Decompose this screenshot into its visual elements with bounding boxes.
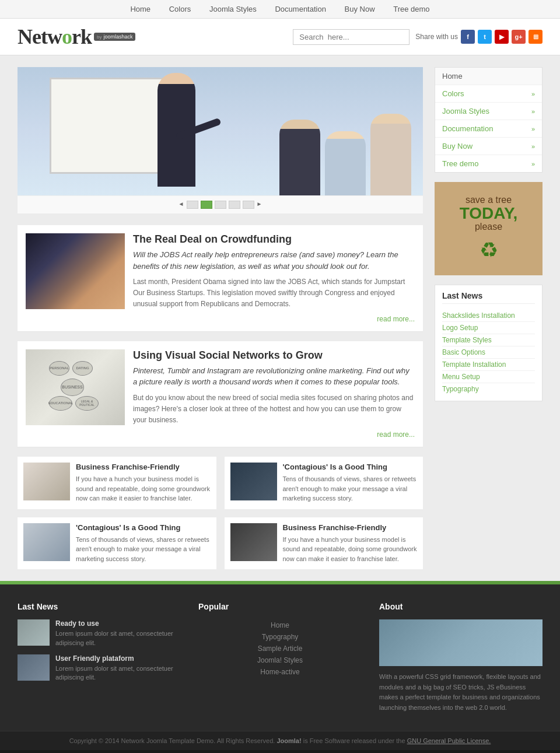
article-social: BUSINESS DATING PERSONAL EDUCATIONAL LEG…: [18, 341, 423, 448]
article-thumb-2: BUSINESS DATING PERSONAL EDUCATIONAL LEG…: [26, 349, 125, 425]
image-slider: ◄ ►: [18, 67, 423, 213]
slider-dot-4[interactable]: [229, 201, 240, 209]
sidebar-nav: Home Colors » Joomla Styles » Documentat…: [435, 67, 542, 173]
youtube-icon[interactable]: ▶: [495, 30, 509, 44]
slider-dot-5[interactable]: [243, 201, 254, 209]
joomla-footer-logo: J!: [0, 750, 560, 754]
small-article-1: Business Franchise-Friendly If you have …: [18, 457, 216, 509]
footer-news-item-1: Ready to use Lorem ipsum dolor sit amet,…: [18, 619, 181, 647]
footer-about-thumb: [379, 619, 542, 666]
logo-by: by: [97, 34, 102, 40]
nav-home[interactable]: Home: [130, 5, 150, 13]
site-footer: Last News Ready to use Lorem ipsum dolor…: [0, 584, 560, 730]
footer-popular-link-4[interactable]: Joomla! Styles: [198, 654, 362, 666]
sidebar-nav-home[interactable]: Home: [435, 68, 542, 85]
small-text-2: Tens of thousands of views, shares or re…: [283, 474, 418, 503]
site-logo: Network by joomlashack: [18, 24, 135, 49]
footer-joomla-desc: is Free Software released under the: [303, 737, 407, 744]
footer-popular-link-2[interactable]: Typography: [198, 631, 362, 643]
nav-tree-demo[interactable]: Tree demo: [393, 5, 429, 13]
article-body-1: The Real Deal on Crowdfunding Will the J…: [133, 233, 415, 323]
small-thumb-2: [230, 463, 277, 500]
sidebar-nav-docs-link[interactable]: Documentation: [442, 124, 493, 133]
footer-news-text-2: Lorem ipsum dolor sit amet, consectetuer…: [55, 664, 181, 682]
sidebar-nav-docs[interactable]: Documentation »: [435, 120, 542, 138]
footer-joomla-text: Joomla!: [276, 737, 301, 744]
sidebar: Home Colors » Joomla Styles » Documentat…: [435, 67, 542, 569]
small-body-1: Business Franchise-Friendly If you have …: [76, 463, 211, 503]
sidebar-news-link-3[interactable]: Template Styles: [442, 334, 535, 346]
sidebar-news-link-5[interactable]: Template Installation: [442, 359, 535, 371]
nav-colors[interactable]: Colors: [169, 5, 191, 13]
sidebar-nav-buy[interactable]: Buy Now »: [435, 138, 542, 155]
googleplus-icon[interactable]: g+: [512, 30, 526, 44]
article-crowdfunding: The Real Deal on Crowdfunding Will the J…: [18, 225, 423, 332]
sidebar-nav-colors[interactable]: Colors »: [435, 85, 542, 103]
small-thumb-3: [23, 523, 70, 561]
article-body-2: Using Visual Social Networks to Grow Pin…: [133, 349, 415, 439]
slider-dot-1[interactable]: [187, 201, 198, 209]
sidebar-nav-colors-arrow: »: [531, 90, 535, 97]
article-text-2: But do you know about the new breed of s…: [133, 393, 415, 426]
footer-copyright: Copyright © 2014 Network Joomla Template…: [69, 737, 275, 744]
sidebar-news-link-2[interactable]: Logo Setup: [442, 322, 535, 334]
read-more-2[interactable]: read more...: [133, 430, 415, 439]
read-more-1[interactable]: read more...: [133, 315, 415, 323]
footer-popular-col: Popular Home Typography Sample Article J…: [198, 602, 362, 713]
small-articles-grid: Business Franchise-Friendly If you have …: [18, 457, 423, 569]
footer-last-news-col: Last News Ready to use Lorem ipsum dolor…: [18, 602, 181, 713]
search-input[interactable]: [293, 29, 410, 45]
slider-prev-button[interactable]: ◄: [178, 201, 184, 209]
logo-brand: joomlashack: [103, 34, 132, 40]
sidebar-nav-joomla-arrow: »: [531, 108, 535, 115]
sidebar-nav-tree-link[interactable]: Tree demo: [442, 159, 478, 168]
sidebar-nav-joomla-link[interactable]: Joomla Styles: [442, 107, 489, 115]
footer-about-col: About With a powerful CSS grid framework…: [379, 602, 542, 713]
sidebar-news-link-4[interactable]: Basic Options: [442, 346, 535, 359]
sidebar-news-link-6[interactable]: Menu Setup: [442, 371, 535, 383]
article-subtitle-1: Will the JOBS Act really help entreprene…: [133, 249, 415, 272]
sidebar-nav-buy-link[interactable]: Buy Now: [442, 142, 473, 150]
facebook-icon[interactable]: f: [461, 30, 475, 44]
sidebar-nav-joomla[interactable]: Joomla Styles »: [435, 103, 542, 120]
footer-popular-link-5[interactable]: Home-active: [198, 666, 362, 678]
sidebar-nav-tree[interactable]: Tree demo »: [435, 155, 542, 172]
slider-dot-3[interactable]: [215, 201, 226, 209]
header-right: Share with us f t ▶ g+ ⊞: [293, 29, 542, 45]
footer-about-text: With a powerful CSS grid framework, flex…: [379, 672, 542, 713]
footer-news-title-2: User Friendly plataform: [55, 654, 181, 663]
sidebar-banner: save a tree TODAY, please ♻: [435, 182, 542, 275]
small-body-2: 'Contagious' Is a Good Thing Tens of tho…: [283, 463, 418, 503]
footer-bottom: Copyright © 2014 Network Joomla Template…: [0, 731, 560, 750]
footer-columns: Last News Ready to use Lorem ipsum dolor…: [18, 602, 542, 713]
nav-joomla-styles[interactable]: Joomla Styles: [209, 5, 257, 13]
footer-news-body-2: User Friendly plataform Lorem ipsum dolo…: [55, 654, 181, 682]
sidebar-nav-docs-arrow: »: [531, 125, 535, 132]
logo-badge: by joomlashack: [94, 33, 135, 41]
slider-next-button[interactable]: ►: [257, 201, 262, 209]
slider-navigation: ◄ ►: [18, 195, 423, 213]
small-article-2: 'Contagious' Is a Good Thing Tens of tho…: [225, 457, 424, 509]
banner-line3: please: [475, 222, 502, 232]
rss-icon[interactable]: ⊞: [528, 30, 542, 44]
small-text-4: If you have a hunch your business model …: [283, 535, 418, 564]
nav-documentation[interactable]: Documentation: [275, 5, 326, 13]
footer-popular-link-1[interactable]: Home: [198, 619, 362, 631]
article-thumb-1: [26, 233, 125, 309]
twitter-icon[interactable]: t: [478, 30, 492, 44]
sidebar-nav-home-label: Home: [442, 72, 463, 80]
footer-about-title: About: [379, 602, 542, 611]
footer-news-body-1: Ready to use Lorem ipsum dolor sit amet,…: [55, 619, 181, 647]
sidebar-news-link-1[interactable]: Shackslides Installation: [442, 310, 535, 322]
small-title-1: Business Franchise-Friendly: [76, 463, 211, 471]
sidebar-last-news: Last News Shackslides Installation Logo …: [435, 285, 542, 401]
share-label: Share with us: [415, 33, 458, 41]
small-text-3: Tens of thousands of views, shares or re…: [76, 535, 211, 564]
slider-dot-2[interactable]: [201, 201, 212, 209]
nav-buy-now[interactable]: Buy Now: [345, 5, 375, 13]
footer-popular-link-3[interactable]: Sample Article: [198, 643, 362, 654]
footer-gnu-link[interactable]: GNU General Public License.: [407, 737, 491, 744]
sidebar-nav-tree-arrow: »: [531, 160, 535, 167]
sidebar-nav-colors-link[interactable]: Colors: [442, 89, 464, 98]
sidebar-news-link-7[interactable]: Typography: [442, 383, 535, 395]
